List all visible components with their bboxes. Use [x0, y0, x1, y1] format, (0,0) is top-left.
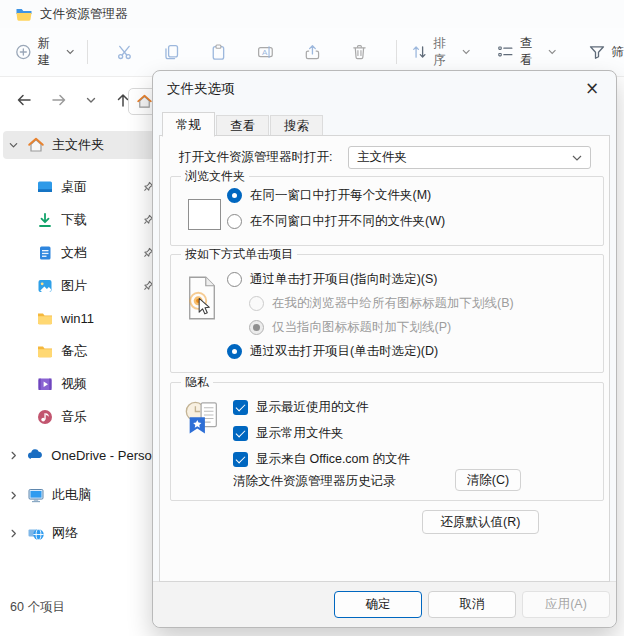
- explorer-tab-title[interactable]: 文件资源管理器: [40, 6, 128, 23]
- radio-open-same-window[interactable]: 在同一窗口中打开每个文件夹(M): [227, 187, 445, 204]
- open-explorer-to-label: 打开文件资源管理器时打开:: [179, 149, 332, 166]
- download-icon: [36, 211, 54, 229]
- privacy-group-title: 隐私: [181, 375, 213, 389]
- chevron-down-icon: [66, 49, 74, 55]
- browse-folders-group: 浏览文件夹 在同一窗口中打开每个文件夹(M) 在不同窗口中打开不同的文件夹(W): [170, 176, 604, 246]
- open-explorer-to-row: 打开文件资源管理器时打开: 主文件夹: [179, 146, 591, 169]
- toolbar-divider: [396, 40, 397, 64]
- sidebar-item-network[interactable]: 网络: [3, 519, 159, 547]
- sort-arrows-icon: [410, 42, 429, 62]
- clear-history-button[interactable]: 清除(C): [455, 469, 521, 491]
- checkbox-checked-icon[interactable]: [233, 426, 248, 441]
- onedrive-cloud-icon: [26, 446, 44, 464]
- cancel-button[interactable]: 取消: [428, 591, 516, 618]
- sidebar-item-videos[interactable]: 视频: [3, 370, 159, 398]
- click-items-group: 按如下方式单击项目 通过单击打开项目(指向时选定)(S) 在我的浏览器中给所有图…: [170, 254, 604, 373]
- click-pointer-document-icon: [185, 275, 219, 321]
- folder-icon: [36, 342, 54, 360]
- status-bar-item-count: 60 个项目: [10, 599, 65, 616]
- cut-icon[interactable]: [115, 42, 134, 62]
- folder-options-dialog: 文件夹选项 × 常规 查看 搜索 打开文件资源管理器时打开: 主文件夹 浏览文件…: [152, 70, 617, 628]
- explorer-tab-bar: 文件资源管理器: [0, 0, 624, 28]
- sidebar-item-documents[interactable]: 文档: [3, 239, 159, 267]
- desktop-icon: [36, 178, 54, 196]
- chevron-expanded-icon[interactable]: [8, 140, 20, 151]
- copy-icon[interactable]: [162, 42, 181, 62]
- delete-icon[interactable]: [350, 42, 369, 62]
- sort-button[interactable]: 排序: [410, 35, 470, 69]
- radio-unselected-icon[interactable]: [227, 214, 242, 229]
- document-icon: [36, 244, 54, 262]
- click-items-group-title: 按如下方式单击项目: [181, 247, 297, 261]
- clear-history-label: 清除文件资源管理器历史记录: [233, 473, 396, 490]
- ok-button[interactable]: 确定: [334, 591, 422, 618]
- dialog-footer: 确定 取消 应用(A): [153, 581, 616, 627]
- rename-icon[interactable]: A: [256, 42, 275, 62]
- sidebar-item-beiwang[interactable]: 备忘: [3, 337, 159, 365]
- pictures-icon: [36, 277, 54, 295]
- share-icon[interactable]: [303, 42, 322, 62]
- tab-general[interactable]: 常规: [162, 112, 215, 137]
- recent-locations-chevron-icon[interactable]: [84, 93, 98, 107]
- chevron-collapsed-icon[interactable]: [8, 450, 19, 461]
- chevron-down-icon: [548, 49, 556, 55]
- sidebar-item-onedrive[interactable]: OneDrive - Person: [3, 441, 159, 469]
- checkbox-show-frequent-folders[interactable]: 显示常用文件夹: [233, 425, 410, 442]
- dialog-title: 文件夹选项: [167, 80, 235, 98]
- sidebar-item-desktop[interactable]: 桌面: [3, 173, 159, 201]
- back-icon[interactable]: [14, 90, 34, 110]
- forward-icon[interactable]: [49, 90, 69, 110]
- radio-disabled-icon: [249, 296, 264, 311]
- home-icon: [136, 93, 153, 110]
- toolbar-divider: [87, 40, 88, 64]
- restore-defaults-button[interactable]: 还原默认值(R): [422, 510, 539, 534]
- close-icon[interactable]: ×: [580, 76, 604, 100]
- checkbox-show-recent-files[interactable]: 显示最近使用的文件: [233, 399, 410, 416]
- checkbox-show-office-files[interactable]: 显示来自 Office.com 的文件: [233, 451, 410, 468]
- chevron-collapsed-icon[interactable]: [8, 528, 20, 539]
- view-button[interactable]: 查看: [496, 35, 556, 69]
- radio-open-new-window[interactable]: 在不同窗口中打开不同的文件夹(W): [227, 213, 445, 230]
- checkbox-checked-icon[interactable]: [233, 452, 248, 467]
- radio-selected-icon[interactable]: [227, 188, 242, 203]
- radio-single-click[interactable]: 通过单击打开项目(指向时选定)(S): [227, 271, 514, 288]
- radio-double-click[interactable]: 通过双击打开项目(单击时选定)(D): [227, 343, 514, 360]
- filter-button[interactable]: 筛: [587, 42, 624, 62]
- home-icon: [27, 136, 45, 154]
- sidebar-item-win11[interactable]: win11: [3, 304, 159, 332]
- new-button[interactable]: 新建: [14, 35, 74, 69]
- svg-text:A: A: [262, 48, 268, 57]
- tab-view[interactable]: 查看: [216, 115, 269, 136]
- music-icon: [36, 408, 54, 426]
- chevron-down-icon: [572, 155, 582, 161]
- browse-folders-group-title: 浏览文件夹: [181, 169, 249, 183]
- paste-icon[interactable]: [209, 42, 228, 62]
- radio-underline-hover: 仅当指向图标标题时加下划线(P): [249, 319, 514, 336]
- filter-funnel-icon: [587, 42, 607, 62]
- sidebar-item-downloads[interactable]: 下载: [3, 206, 159, 234]
- checkbox-checked-icon[interactable]: [233, 400, 248, 415]
- radio-disabled-selected-icon: [249, 320, 264, 335]
- this-pc-icon: [27, 486, 45, 504]
- chevron-down-icon: [462, 49, 470, 55]
- explorer-folder-icon: [15, 5, 33, 23]
- network-icon: [27, 524, 45, 542]
- circle-plus-icon: [14, 42, 33, 62]
- apply-button[interactable]: 应用(A): [522, 591, 610, 618]
- open-to-dropdown-value: 主文件夹: [357, 149, 572, 166]
- sidebar-item-music[interactable]: 音乐: [3, 403, 159, 431]
- dialog-tab-page-general: 打开文件资源管理器时打开: 主文件夹 浏览文件夹 在同一窗口中打开每个文件夹(M…: [159, 135, 610, 582]
- folder-icon: [36, 309, 54, 327]
- dialog-tab-strip: 常规 查看 搜索: [162, 111, 324, 136]
- privacy-history-icon: [183, 397, 223, 445]
- radio-selected-icon[interactable]: [227, 344, 242, 359]
- sidebar-item-pictures[interactable]: 图片: [3, 272, 159, 300]
- radio-unselected-icon[interactable]: [227, 272, 242, 287]
- sidebar-item-home[interactable]: 主文件夹: [3, 131, 159, 159]
- sidebar-item-this-pc[interactable]: 此电脑: [3, 481, 159, 509]
- chevron-collapsed-icon[interactable]: [8, 490, 20, 501]
- tab-search[interactable]: 搜索: [270, 115, 323, 136]
- open-to-dropdown[interactable]: 主文件夹: [348, 146, 591, 169]
- browse-folder-window-icon: [188, 199, 221, 230]
- view-list-icon: [496, 42, 515, 62]
